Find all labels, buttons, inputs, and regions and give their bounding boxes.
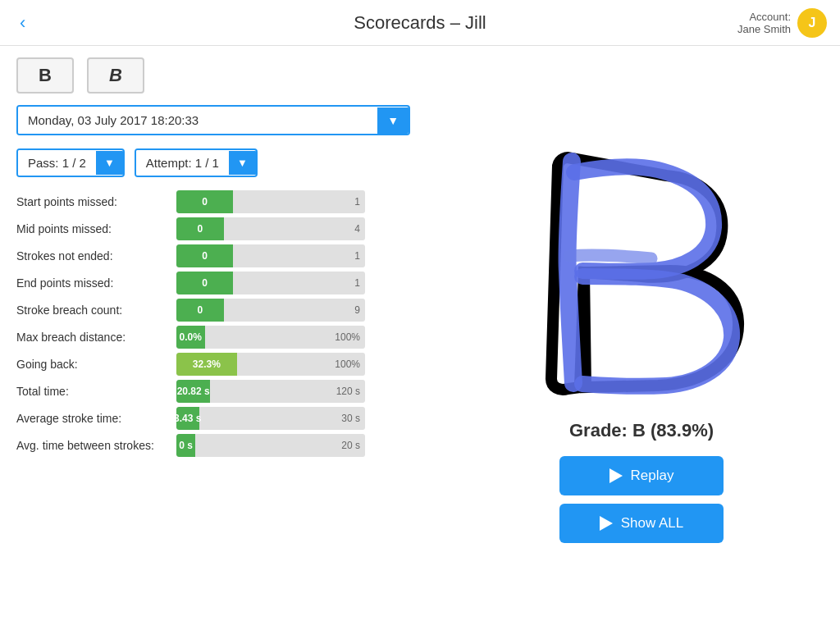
metric-bar-container: 09 <box>176 299 365 322</box>
metric-bar-fill: 0 s <box>176 434 195 457</box>
pass-selector[interactable]: Pass: 1 / 2 ▼ <box>16 148 125 177</box>
metric-row: Average stroke time:3.43 s30 s <box>16 407 427 430</box>
show-all-play-icon <box>600 516 613 531</box>
account-label: Account: <box>737 11 791 23</box>
metric-max-value: 30 s <box>341 413 360 424</box>
main-content: B B Monday, 03 July 2017 18:20:33 ▼ Pass… <box>0 46 840 630</box>
attempt-label: Attempt: 1 / 1 <box>136 150 229 176</box>
metric-bar-value: 0 <box>192 223 208 235</box>
metric-bar-value: 0 <box>197 250 212 262</box>
metric-row: End points missed:01 <box>16 272 427 294</box>
metric-label: End points missed: <box>16 276 168 290</box>
metric-max-value: 20 s <box>341 440 360 451</box>
metric-row: Mid points missed:04 <box>16 217 427 240</box>
metric-row: Going back:32.3%100% <box>16 353 427 376</box>
metric-bar-container: 3.43 s30 s <box>176 407 365 430</box>
action-buttons: Replay Show ALL <box>559 456 724 543</box>
metric-label: Mid points missed: <box>16 222 168 235</box>
right-panel: Grade: B (83.9%) Replay Show ALL <box>443 46 840 630</box>
metric-bar-fill: 20.82 s <box>176 380 210 403</box>
metric-bar-value: 0.0% <box>176 331 207 343</box>
metric-max-value: 1 <box>354 277 360 289</box>
show-all-button[interactable]: Show ALL <box>559 504 724 543</box>
metric-bar-container: 0 s20 s <box>176 434 365 457</box>
replay-label: Replay <box>631 468 674 484</box>
pass-arrow[interactable]: ▼ <box>96 151 123 175</box>
metric-bar-value: 0 <box>197 196 212 208</box>
metric-max-value: 1 <box>354 196 360 208</box>
metric-bar-value: 20.82 s <box>176 386 215 397</box>
metric-label: Going back: <box>16 358 168 371</box>
date-value: Monday, 03 July 2017 18:20:33 <box>18 107 377 134</box>
metric-row: Max breach distance:0.0%100% <box>16 326 427 349</box>
metric-label: Start points missed: <box>16 195 168 208</box>
show-all-label: Show ALL <box>621 515 684 532</box>
attempt-selector[interactable]: Attempt: 1 / 1 ▼ <box>135 148 258 177</box>
metric-bar-container: 01 <box>176 244 365 267</box>
avatar: J <box>797 8 827 38</box>
metric-max-value: 1 <box>354 250 360 262</box>
metric-bar-fill: 3.43 s <box>176 407 199 430</box>
metric-label: Stroke breach count: <box>16 304 168 317</box>
metric-bar-fill: 0 <box>176 244 233 267</box>
selectors-row: Pass: 1 / 2 ▼ Attempt: 1 / 1 ▼ <box>16 148 427 177</box>
metrics-list: Start points missed:01Mid points missed:… <box>16 190 427 457</box>
metric-bar-container: 01 <box>176 272 365 294</box>
date-dropdown-arrow[interactable]: ▼ <box>377 107 409 134</box>
metric-row: Start points missed:01 <box>16 190 427 213</box>
replay-button[interactable]: Replay <box>559 456 724 495</box>
metric-bar-container: 20.82 s120 s <box>176 380 365 403</box>
back-button[interactable]: ‹ <box>13 9 32 37</box>
grade-button-italic[interactable]: B <box>87 57 144 94</box>
account-info: Account: Jane Smith <box>737 11 791 35</box>
metric-bar-fill: 32.3% <box>176 353 237 376</box>
metric-bar-fill: 0.0% <box>176 326 205 349</box>
metric-bar-fill: 0 <box>176 272 233 294</box>
metric-bar-value: 32.3% <box>188 358 226 370</box>
left-panel: B B Monday, 03 July 2017 18:20:33 ▼ Pass… <box>0 46 443 630</box>
metric-max-value: 100% <box>335 331 360 343</box>
attempt-arrow[interactable]: ▼ <box>229 151 256 175</box>
pass-label: Pass: 1 / 2 <box>18 150 96 176</box>
grade-button-normal[interactable]: B <box>16 57 74 94</box>
metric-bar-container: 32.3%100% <box>176 353 365 376</box>
metric-row: Stroke breach count:09 <box>16 299 427 322</box>
metric-label: Strokes not ended: <box>16 249 168 262</box>
metric-bar-value: 0 s <box>176 440 198 451</box>
account-section: Account: Jane Smith J <box>737 8 827 38</box>
grade-display: Grade: B (83.9%) <box>569 420 714 441</box>
metric-max-value: 100% <box>335 358 360 370</box>
metric-bar-fill: 0 <box>176 217 224 240</box>
metric-bar-container: 04 <box>176 217 365 240</box>
metric-max-value: 9 <box>354 304 360 316</box>
metric-max-value: 120 s <box>336 386 360 397</box>
metric-row: Strokes not ended:01 <box>16 244 427 267</box>
replay-play-icon <box>609 468 623 483</box>
metric-max-value: 4 <box>354 223 360 235</box>
metric-label: Avg. time between strokes: <box>16 439 168 452</box>
metric-bar-container: 01 <box>176 190 365 213</box>
metric-row: Avg. time between strokes:0 s20 s <box>16 434 427 457</box>
metric-bar-container: 0.0%100% <box>176 326 365 349</box>
metric-bar-value: 3.43 s <box>176 413 206 424</box>
letter-drawing <box>518 133 765 412</box>
account-name: Jane Smith <box>737 23 791 35</box>
metric-bar-fill: 0 <box>176 299 224 322</box>
metric-row: Total time:20.82 s120 s <box>16 380 427 403</box>
metric-label: Max breach distance: <box>16 331 168 344</box>
metric-label: Total time: <box>16 385 168 398</box>
metric-bar-value: 0 <box>192 304 208 316</box>
date-dropdown[interactable]: Monday, 03 July 2017 18:20:33 ▼ <box>16 105 410 135</box>
page-title: Scorecards – Jill <box>354 12 486 34</box>
grade-buttons-row: B B <box>16 57 427 94</box>
header: ‹ Scorecards – Jill Account: Jane Smith … <box>0 0 840 46</box>
metric-label: Average stroke time: <box>16 412 168 425</box>
metric-bar-value: 0 <box>197 277 212 289</box>
metric-bar-fill: 0 <box>176 190 233 213</box>
